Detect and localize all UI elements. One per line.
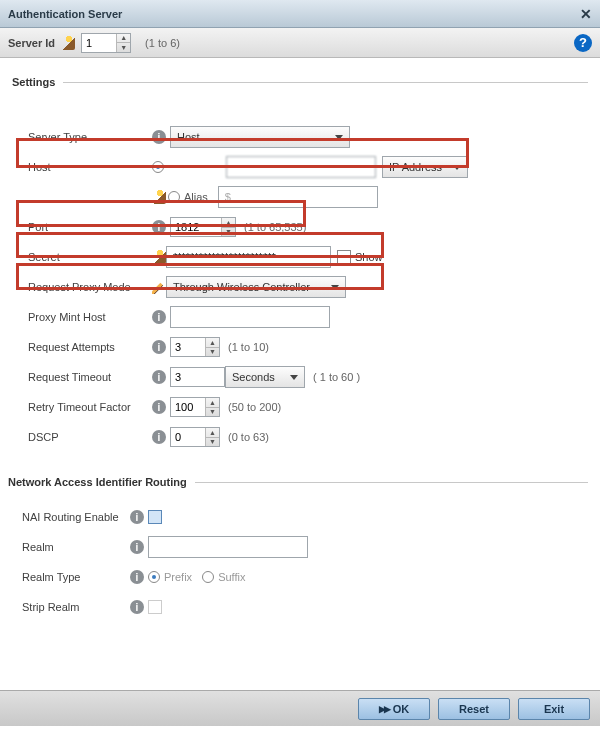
port-range: (1 to 65,535) bbox=[244, 221, 306, 233]
forward-icon: ▶▶ bbox=[379, 704, 389, 714]
realm-type-label: Realm Type bbox=[12, 571, 130, 583]
row-secret: Secret Show bbox=[12, 242, 588, 272]
request-attempts-label: Request Attempts bbox=[12, 341, 152, 353]
request-attempts-input[interactable] bbox=[171, 338, 205, 356]
info-icon[interactable]: i bbox=[130, 600, 144, 614]
host-alias-input[interactable] bbox=[218, 186, 378, 208]
secret-label: Secret bbox=[12, 251, 152, 263]
proxy-mode-value: Through Wireless Controller bbox=[173, 281, 310, 293]
row-retry-factor: Retry Timeout Factor i ▲ ▼ (50 to 200) bbox=[12, 392, 588, 422]
port-input[interactable] bbox=[171, 218, 221, 236]
ok-button[interactable]: ▶▶ OK bbox=[358, 698, 430, 720]
info-icon[interactable]: i bbox=[130, 510, 144, 524]
retry-factor-spinner[interactable]: ▲ ▼ bbox=[170, 397, 220, 417]
secret-input[interactable] bbox=[166, 246, 331, 268]
host-alias-radio[interactable]: Alias bbox=[168, 191, 208, 203]
strip-realm-checkbox[interactable] bbox=[148, 600, 162, 614]
dscp-input[interactable] bbox=[171, 428, 205, 446]
divider bbox=[195, 482, 588, 483]
info-icon[interactable]: i bbox=[152, 400, 166, 414]
server-id-toolbar: Server Id ▲ ▼ (1 to 6) ? bbox=[0, 28, 600, 58]
server-id-spinner[interactable]: ▲ ▼ bbox=[81, 33, 131, 53]
spinner-down-icon[interactable]: ▼ bbox=[206, 408, 219, 417]
chevron-down-icon bbox=[335, 135, 343, 140]
spinner-down-icon[interactable]: ▼ bbox=[222, 228, 235, 237]
row-port: Port i ▲ ▼ (1 to 65,535) bbox=[12, 212, 588, 242]
realm-input[interactable] bbox=[148, 536, 308, 558]
request-timeout-input[interactable] bbox=[171, 368, 205, 386]
proxy-mode-dropdown[interactable]: Through Wireless Controller bbox=[166, 276, 346, 298]
spinner-up-icon[interactable]: ▲ bbox=[206, 338, 219, 348]
info-icon[interactable]: i bbox=[152, 370, 166, 384]
spinner-down-icon[interactable]: ▼ bbox=[206, 438, 219, 447]
retry-factor-range: (50 to 200) bbox=[228, 401, 281, 413]
info-icon[interactable]: i bbox=[152, 310, 166, 324]
request-timeout-unit-dropdown[interactable]: Seconds bbox=[225, 366, 305, 388]
strip-realm-label: Strip Realm bbox=[12, 601, 130, 613]
exit-button-label: Exit bbox=[544, 703, 564, 715]
nai-enable-checkbox[interactable] bbox=[148, 510, 162, 524]
info-icon[interactable]: i bbox=[152, 130, 166, 144]
window-title: Authentication Server bbox=[8, 8, 580, 20]
realm-type-prefix-label: Prefix bbox=[164, 571, 192, 583]
spinner-down-icon[interactable]: ▼ bbox=[117, 43, 130, 52]
reset-button-label: Reset bbox=[459, 703, 489, 715]
realm-type-prefix-radio[interactable]: Prefix bbox=[148, 571, 192, 583]
close-icon[interactable]: ✕ bbox=[580, 6, 592, 22]
request-attempts-range: (1 to 10) bbox=[228, 341, 269, 353]
request-timeout-spinner[interactable] bbox=[170, 367, 225, 387]
spinner-up-icon[interactable]: ▲ bbox=[206, 428, 219, 438]
server-type-value: Host bbox=[177, 131, 200, 143]
row-host-alias: Alias bbox=[12, 182, 588, 212]
spinner-up-icon[interactable]: ▲ bbox=[117, 34, 130, 44]
wand-icon bbox=[61, 36, 75, 50]
info-icon[interactable]: i bbox=[152, 340, 166, 354]
host-ip-type-dropdown[interactable]: IP Address bbox=[382, 156, 468, 178]
dscp-label: DSCP bbox=[12, 431, 152, 443]
realm-type-suffix-label: Suffix bbox=[218, 571, 245, 583]
reset-button[interactable]: Reset bbox=[438, 698, 510, 720]
secret-show-checkbox[interactable] bbox=[337, 250, 351, 264]
info-icon[interactable]: i bbox=[130, 570, 144, 584]
spinner-up-icon[interactable]: ▲ bbox=[206, 398, 219, 408]
host-ip-radio[interactable] bbox=[152, 161, 164, 173]
request-timeout-label: Request Timeout bbox=[12, 371, 152, 383]
port-label: Port bbox=[12, 221, 152, 233]
spinner-down-icon[interactable]: ▼ bbox=[206, 348, 219, 357]
spinner-up-icon[interactable]: ▲ bbox=[222, 218, 235, 228]
server-type-label: Server Type bbox=[12, 131, 152, 143]
info-icon[interactable]: i bbox=[152, 430, 166, 444]
divider bbox=[63, 82, 588, 83]
row-realm-type: Realm Type i Prefix Suffix bbox=[12, 562, 588, 592]
port-spinner[interactable]: ▲ ▼ bbox=[170, 217, 236, 237]
dscp-spinner[interactable]: ▲ ▼ bbox=[170, 427, 220, 447]
realm-type-suffix-radio[interactable]: Suffix bbox=[202, 571, 245, 583]
nai-enable-label: NAI Routing Enable bbox=[12, 511, 130, 523]
request-timeout-unit: Seconds bbox=[232, 371, 275, 383]
host-ip-input[interactable] bbox=[226, 156, 376, 178]
server-type-dropdown[interactable]: Host bbox=[170, 126, 350, 148]
mint-host-label: Proxy Mint Host bbox=[12, 311, 152, 323]
chevron-down-icon bbox=[453, 165, 461, 170]
host-alias-radio-label: Alias bbox=[184, 191, 208, 203]
section-nai: Network Access Identifier Routing bbox=[8, 476, 588, 488]
request-attempts-spinner[interactable]: ▲ ▼ bbox=[170, 337, 220, 357]
help-icon[interactable]: ? bbox=[574, 34, 592, 52]
retry-factor-input[interactable] bbox=[171, 398, 205, 416]
row-dscp: DSCP i ▲ ▼ (0 to 63) bbox=[12, 422, 588, 452]
chevron-down-icon bbox=[290, 375, 298, 380]
row-request-timeout: Request Timeout i Seconds ( 1 to 60 ) bbox=[12, 362, 588, 392]
row-server-type: Server Type i Host bbox=[12, 122, 588, 152]
info-icon[interactable]: i bbox=[130, 540, 144, 554]
exit-button[interactable]: Exit bbox=[518, 698, 590, 720]
secret-show-label: Show bbox=[355, 251, 383, 263]
ok-button-label: OK bbox=[393, 703, 410, 715]
wand-icon bbox=[152, 190, 166, 204]
row-strip-realm: Strip Realm i bbox=[12, 592, 588, 622]
mint-host-input[interactable] bbox=[170, 306, 330, 328]
server-id-input[interactable] bbox=[82, 34, 116, 52]
proxy-mode-label: Request Proxy Mode bbox=[12, 281, 152, 293]
wand-icon bbox=[152, 250, 166, 264]
info-icon[interactable]: i bbox=[152, 220, 166, 234]
row-realm: Realm i bbox=[12, 532, 588, 562]
